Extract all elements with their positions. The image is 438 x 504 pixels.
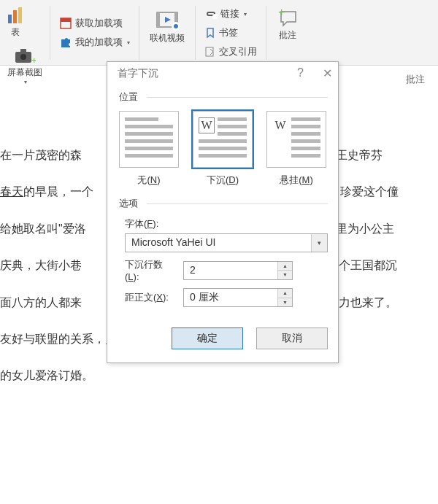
svg-rect-1 [13, 10, 17, 23]
my-addins-button[interactable]: 我的加载项 ▾ [58, 34, 131, 51]
svg-text:+: + [278, 9, 285, 18]
comment-group-label: 批注 [406, 73, 425, 86]
help-button[interactable]: ? [297, 66, 304, 80]
bookmark-button[interactable]: 书签 [203, 24, 258, 42]
position-none[interactable]: 无(N) [119, 111, 179, 187]
link-label: 链接 [220, 7, 239, 20]
svg-point-4 [20, 54, 26, 60]
position-margin[interactable]: W 悬挂(M) [266, 111, 326, 187]
lines-spinner[interactable]: 2 ▲▼ [183, 261, 293, 280]
spin-down-icon[interactable]: ▼ [278, 271, 292, 279]
chevron-down-icon: ▾ [127, 39, 130, 46]
chart-label: 表 [11, 26, 20, 39]
dialog-title: 首字下沉 [118, 67, 158, 80]
camera-icon: + [14, 47, 36, 65]
distance-label: 距正文(X): [118, 291, 176, 304]
chart-icon [7, 7, 23, 25]
svg-rect-15 [206, 47, 213, 56]
distance-value: 0 厘米 [184, 289, 277, 306]
chart-button[interactable]: 表 [4, 6, 26, 40]
dropcap-dialog: 首字下沉 ? ✕ 位置 无(N) W [107, 61, 339, 363]
svg-marker-12 [165, 17, 171, 23]
chevron-down-icon[interactable]: ▾ [311, 234, 327, 252]
svg-text:+: + [31, 55, 36, 65]
link-icon [204, 9, 218, 19]
puzzle-icon [59, 36, 72, 49]
comment-icon: + [277, 9, 299, 28]
chevron-down-icon: ▾ [244, 11, 247, 18]
svg-rect-0 [8, 15, 12, 23]
lines-value: 2 [184, 262, 277, 279]
comment-label: 批注 [279, 29, 296, 42]
chevron-down-icon: ▾ [24, 79, 27, 85]
svg-rect-8 [61, 18, 71, 22]
get-addins-button[interactable]: 获取加载项 [58, 15, 131, 32]
store-icon [59, 17, 72, 30]
svg-rect-10 [157, 12, 160, 27]
bookmark-label: 书签 [219, 26, 238, 39]
font-combobox[interactable]: Microsoft YaHei UI ▾ [125, 233, 328, 252]
link-button[interactable]: 链接 ▾ [203, 5, 258, 23]
screenshot-button[interactable]: + 屏幕截图 ▾ [4, 46, 45, 87]
online-video-label: 联机视频 [150, 32, 185, 44]
ribbon: 表 + 屏幕截图 ▾ 获取加载项 我的加载项 ▾ 联机视频 链接 ▾ [0, 0, 438, 66]
ok-button[interactable]: 确定 [172, 327, 243, 349]
font-value: Microsoft YaHei UI [126, 234, 311, 252]
bookmark-icon [204, 27, 216, 39]
screenshot-label: 屏幕截图 [7, 66, 42, 79]
crossref-icon [204, 46, 216, 58]
spin-up-icon[interactable]: ▲ [278, 262, 292, 271]
get-addins-label: 获取加载项 [75, 17, 123, 30]
spin-up-icon[interactable]: ▲ [278, 289, 292, 298]
crossref-label: 交叉引用 [219, 45, 257, 58]
crossref-button[interactable]: 交叉引用 [203, 43, 258, 61]
online-video-button[interactable]: 联机视频 [147, 9, 188, 46]
svg-rect-5 [20, 49, 26, 53]
spin-down-icon[interactable]: ▼ [278, 298, 292, 307]
close-button[interactable]: ✕ [323, 66, 332, 80]
options-section-label: 选项 [119, 197, 328, 210]
position-dropped[interactable]: W 下沉(D) [193, 111, 253, 187]
font-label: 字体(F): [118, 217, 176, 230]
cancel-button[interactable]: 取消 [256, 327, 328, 349]
position-section-label: 位置 [119, 90, 328, 104]
distance-spinner[interactable]: 0 厘米 ▲▼ [183, 288, 293, 307]
svg-rect-2 [18, 7, 22, 23]
lines-label: 下沉行数(L): [118, 258, 176, 282]
video-icon [155, 10, 180, 31]
comment-button[interactable]: + 批注 [274, 7, 301, 43]
my-addins-label: 我的加载项 [75, 36, 123, 49]
